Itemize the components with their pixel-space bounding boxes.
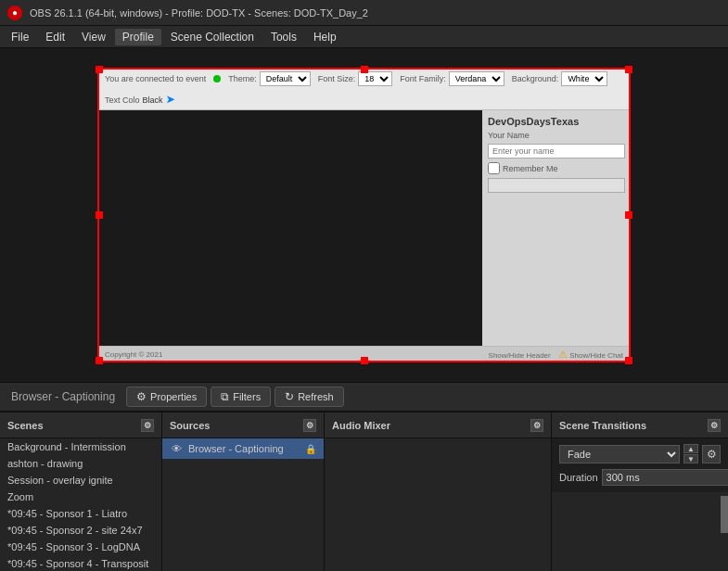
source-list: 👁 Browser - Captioning 🔒 xyxy=(162,438,324,571)
bc-fontfamily-group: Font Family: Verdana xyxy=(400,71,504,86)
scene-item[interactable]: Zoom xyxy=(0,489,161,505)
bc-footer: Copyright © 2021 Show/Hide Header ⚠ Show… xyxy=(97,346,631,362)
scene-item[interactable]: ashton - drawing xyxy=(0,455,161,472)
transitions-scrollbar-area xyxy=(552,492,728,571)
bc-show-hide-header[interactable]: Show/Hide Header xyxy=(489,351,551,360)
menu-scene-collection[interactable]: Scene Collection xyxy=(163,29,262,45)
scene-item[interactable]: *09:45 - Sponsor 1 - Liatro xyxy=(0,505,161,522)
filters-label: Filters xyxy=(233,391,261,402)
transitions-settings-icon[interactable]: ⚙ xyxy=(708,419,721,432)
bc-remember-checkbox[interactable] xyxy=(488,162,500,174)
source-item[interactable]: 👁 Browser - Captioning 🔒 xyxy=(162,438,324,459)
scene-item[interactable]: *09:45 - Sponsor 2 - site 24x7 xyxy=(0,522,161,539)
transition-up-arrow[interactable]: ▲ xyxy=(683,444,698,453)
bc-fontfamily-label: Font Family: xyxy=(400,74,446,83)
eye-icon[interactable]: 👁 xyxy=(170,442,183,455)
bc-right-form: DevOpsDaysTexas Your Name Remember Me En… xyxy=(482,110,631,346)
menu-tools[interactable]: Tools xyxy=(263,29,304,45)
bc-name-input[interactable] xyxy=(488,144,625,159)
transitions-panel-title: Scene Transitions xyxy=(559,420,646,431)
bc-show-hide-chat[interactable]: Show/Hide Chat xyxy=(569,351,623,360)
bc-background-label: Background: xyxy=(512,74,559,83)
app-icon: ● xyxy=(7,6,22,20)
properties-label: Properties xyxy=(150,391,197,402)
bottom-panels: Scenes ⚙ Background - Intermission ashto… xyxy=(0,412,728,571)
bc-textcolor-label: Text Colo xyxy=(105,95,140,105)
scene-item[interactable]: Session - overlay ignite xyxy=(0,472,161,489)
browser-captioning-preview: You are connected to event Theme: Defaul… xyxy=(97,68,631,362)
properties-icon: ⚙ xyxy=(136,390,147,403)
transitions-panel: Scene Transitions ⚙ Fade ▲ ▼ ⚙ Duration xyxy=(552,412,728,571)
bc-connected xyxy=(213,75,221,82)
scene-item[interactable]: *09:45 - Sponsor 3 - LogDNA xyxy=(0,539,161,555)
transition-gear-button[interactable]: ⚙ xyxy=(702,445,721,463)
scene-item[interactable]: Background - Intermission xyxy=(0,438,161,455)
bc-remember-label: Remember Me xyxy=(503,164,558,173)
bc-fontsize-label: Font Size: xyxy=(318,74,356,83)
bc-copyright: Copyright © 2021 xyxy=(105,350,162,359)
bc-background-select[interactable]: White xyxy=(561,71,607,86)
transition-type-select[interactable]: Fade xyxy=(559,445,680,463)
sources-panel: Sources ⚙ 👁 Browser - Captioning 🔒 xyxy=(162,412,325,571)
audio-settings-icon[interactable]: ⚙ xyxy=(530,419,543,432)
bc-remember-row: Remember Me xyxy=(488,162,625,174)
bc-theme-select[interactable]: Default xyxy=(260,71,311,86)
bc-top-bar: You are connected to event Theme: Defaul… xyxy=(97,68,631,110)
scenes-settings-icon[interactable]: ⚙ xyxy=(141,419,154,432)
bc-left-black xyxy=(97,110,482,346)
transition-select-row: Fade ▲ ▼ ⚙ xyxy=(559,444,721,463)
audio-panel-header: Audio Mixer ⚙ xyxy=(325,412,551,438)
transitions-panel-header: Scene Transitions ⚙ xyxy=(552,412,728,438)
menu-help[interactable]: Help xyxy=(306,29,344,45)
source-item-name: Browser - Captioning xyxy=(188,443,284,454)
properties-button[interactable]: ⚙ Properties xyxy=(126,387,207,407)
source-active-label: Browser - Captioning xyxy=(11,390,115,403)
warning-icon: ⚠ xyxy=(558,349,568,360)
bc-main: DevOpsDaysTexas Your Name Remember Me En… xyxy=(97,110,631,346)
bc-connected-text: You are connected to event xyxy=(105,74,206,83)
scenes-panel: Scenes ⚙ Background - Intermission ashto… xyxy=(0,412,162,571)
sources-panel-icons: ⚙ xyxy=(303,419,316,432)
sources-panel-title: Sources xyxy=(170,420,210,431)
scrollbar-thumb xyxy=(721,496,728,533)
bc-fontsize-select[interactable]: 18 xyxy=(358,71,392,86)
menu-view[interactable]: View xyxy=(74,29,113,45)
bc-textcolor-group: Text Colo Black ➤ xyxy=(105,94,174,106)
refresh-button[interactable]: ↻ Refresh xyxy=(275,387,344,407)
transition-arrows: ▲ ▼ xyxy=(683,444,698,463)
bc-your-name-label: Your Name xyxy=(488,131,625,140)
menu-edit[interactable]: Edit xyxy=(38,29,72,45)
menu-file[interactable]: File xyxy=(4,29,36,45)
bc-fontfamily-select[interactable]: Verdana xyxy=(449,71,504,86)
menu-profile[interactable]: Profile xyxy=(115,29,161,45)
refresh-label: Refresh xyxy=(298,391,334,402)
audio-content xyxy=(325,438,551,571)
scenes-panel-icons: ⚙ xyxy=(141,419,154,432)
audio-panel: Audio Mixer ⚙ xyxy=(325,412,552,571)
menu-bar: File Edit View Profile Scene Collection … xyxy=(0,26,728,48)
transition-controls: Fade ▲ ▼ ⚙ Duration ▲ ▼ xyxy=(552,438,728,492)
scene-item[interactable]: *09:45 - Sponsor 4 - Transposit xyxy=(0,555,161,571)
bc-connected-dot xyxy=(213,75,221,82)
duration-input[interactable] xyxy=(602,469,728,486)
bc-enter-chat-button[interactable]: Enter Chat xyxy=(488,178,625,193)
bc-fontsize-group: Font Size: 18 xyxy=(318,71,393,86)
bc-theme-label: Theme: xyxy=(228,74,257,83)
bc-background-group: Background: White xyxy=(512,71,608,86)
preview-area: You are connected to event Theme: Defaul… xyxy=(0,48,728,382)
lock-icon[interactable]: 🔒 xyxy=(305,443,316,454)
sources-panel-header: Sources ⚙ xyxy=(162,412,324,438)
audio-panel-title: Audio Mixer xyxy=(332,420,390,431)
filters-button[interactable]: ⧉ Filters xyxy=(211,387,271,407)
title-bar-text: OBS 26.1.1 (64-bit, windows) - Profile: … xyxy=(30,7,368,19)
refresh-icon: ↻ xyxy=(285,390,294,403)
filters-icon: ⧉ xyxy=(221,390,229,403)
source-toolbar: Browser - Captioning ⚙ Properties ⧉ Filt… xyxy=(0,382,728,412)
bc-theme-group: Theme: Default xyxy=(228,71,311,86)
scenes-panel-header: Scenes ⚙ xyxy=(0,412,161,438)
duration-row: Duration ▲ ▼ xyxy=(559,467,721,487)
transition-down-arrow[interactable]: ▼ xyxy=(683,454,698,463)
sources-settings-icon[interactable]: ⚙ xyxy=(303,419,316,432)
scene-list: Background - Intermission ashton - drawi… xyxy=(0,438,161,571)
scenes-panel-title: Scenes xyxy=(7,420,44,431)
